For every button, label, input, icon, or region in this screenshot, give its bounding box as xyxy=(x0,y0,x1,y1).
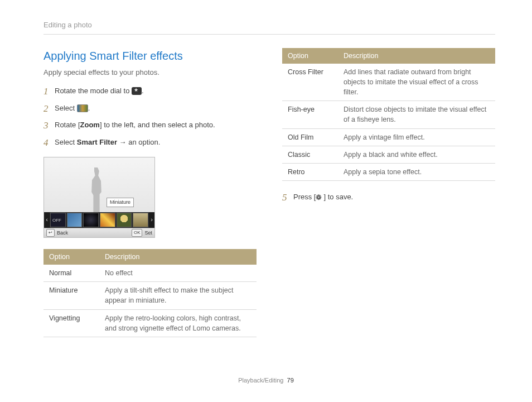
step-text: ] to the left, and then select a photo. xyxy=(100,121,215,129)
step-number: 3 xyxy=(43,119,49,133)
right-column: Option Description Cross Filter Add line… xyxy=(282,48,495,337)
back-key-icon: ↩ xyxy=(46,229,55,237)
table-row: Fish-eye Distort close objects to imitat… xyxy=(282,101,495,128)
step-5: 5 Press [] to save. xyxy=(282,192,495,203)
step-text: Rotate the mode dial to xyxy=(55,87,132,95)
option-cell: Miniature xyxy=(43,282,99,309)
description-cell: Apply a vintage film effect. xyxy=(338,128,495,146)
step-3: 3 Rotate [Zoom] to the left, and then se… xyxy=(43,120,257,131)
option-cell: Vignetting xyxy=(43,309,99,337)
step-number: 1 xyxy=(43,85,49,99)
description-cell: No effect xyxy=(99,265,257,282)
options-table-2: Option Description Cross Filter Add line… xyxy=(282,48,495,181)
mode-dial-icon xyxy=(132,87,142,95)
step-text: . xyxy=(142,87,144,95)
chevron-right-icon: › xyxy=(149,212,154,228)
table-header-description: Description xyxy=(338,48,495,64)
smart-filter-label: Smart Filter xyxy=(77,138,117,146)
step-text: Press [ xyxy=(293,193,316,201)
description-cell: Apply the retro-looking colors, high con… xyxy=(99,309,257,337)
step-text: . xyxy=(88,104,90,112)
filter-thumb-off xyxy=(50,213,66,227)
table-row: Classic Apply a black and white effect. xyxy=(282,146,495,163)
step-text: → an option. xyxy=(117,138,160,146)
page: Editing a photo Applying Smart Filter ef… xyxy=(0,0,532,337)
person-silhouette-icon xyxy=(85,168,108,212)
table-row: Miniature Apply a tilt-shift effect to m… xyxy=(43,282,257,309)
option-cell: Retro xyxy=(282,163,338,180)
step-number: 5 xyxy=(282,191,287,205)
table-header-description: Description xyxy=(99,249,257,265)
ok-key-icon: OK xyxy=(132,229,143,237)
preview-area: Miniature xyxy=(44,157,154,212)
table-row: Old Film Apply a vintage film effect. xyxy=(282,128,495,146)
chevron-left-icon: ‹ xyxy=(44,212,50,228)
footer-section: Playback/Editing xyxy=(238,377,283,384)
description-cell: Apply a tilt-shift effect to make the su… xyxy=(99,282,257,309)
filter-thumb xyxy=(100,213,115,227)
screenshot-bottom-bar: ↩ Back OK Set xyxy=(44,228,154,237)
table-row: Vignetting Apply the retro-looking color… xyxy=(43,309,257,337)
step-text: Rotate [ xyxy=(55,121,80,129)
option-cell: Normal xyxy=(43,265,99,282)
steps-list: 1 Rotate the mode dial to . 2 Select . 3… xyxy=(43,86,257,148)
step-number: 4 xyxy=(43,136,49,150)
breadcrumb: Editing a photo xyxy=(43,20,495,35)
option-cell: Classic xyxy=(282,146,338,163)
filter-thumb xyxy=(133,213,148,227)
step-4: 4 Select Smart Filter → an option. xyxy=(43,137,257,148)
step-1: 1 Rotate the mode dial to . xyxy=(43,86,257,97)
filter-thumb xyxy=(67,213,83,227)
step-number: 2 xyxy=(43,102,49,116)
option-cell: Cross Filter xyxy=(282,64,338,101)
option-cell: Old Film xyxy=(282,128,338,146)
section-subtitle: Apply special effects to your photos. xyxy=(43,68,257,78)
section-title: Applying Smart Filter effects xyxy=(43,48,257,64)
macro-flower-icon xyxy=(316,194,323,202)
left-column: Applying Smart Filter effects Apply spec… xyxy=(43,48,257,337)
description-cell: Apply a black and white effect. xyxy=(338,146,495,163)
content-columns: Applying Smart Filter effects Apply spec… xyxy=(43,48,495,337)
page-number: 79 xyxy=(287,377,294,384)
step-text: Select xyxy=(55,138,77,146)
palette-icon xyxy=(77,104,88,112)
table-row: Retro Apply a sepia tone effect. xyxy=(282,163,495,180)
step-2: 2 Select . xyxy=(43,103,257,114)
page-footer: Playback/Editing 79 xyxy=(0,376,532,385)
camera-screenshot: Miniature ‹ › ↩ Back OK Set xyxy=(43,157,155,238)
table-row: Normal No effect xyxy=(43,265,257,282)
table-header-option: Option xyxy=(43,249,99,265)
zoom-label: Zoom xyxy=(80,121,100,129)
step-text: ] to save. xyxy=(323,193,353,201)
filter-tooltip: Miniature xyxy=(107,198,134,207)
description-cell: Apply a sepia tone effect. xyxy=(338,163,495,180)
description-cell: Add lines that radiate outward from brig… xyxy=(338,64,495,101)
option-cell: Fish-eye xyxy=(282,101,338,128)
step-text: Select xyxy=(55,104,77,112)
back-label: Back xyxy=(57,229,68,237)
description-cell: Distort close objects to imitate the vis… xyxy=(338,101,495,128)
table-header-option: Option xyxy=(282,48,338,64)
filter-thumbnail-row: ‹ › xyxy=(44,212,154,228)
filter-thumb xyxy=(83,213,99,227)
table-row: Cross Filter Add lines that radiate outw… xyxy=(282,64,495,101)
filter-thumb xyxy=(117,213,132,227)
options-table-1: Option Description Normal No effect Mini… xyxy=(43,249,257,337)
set-label: Set xyxy=(144,229,152,237)
